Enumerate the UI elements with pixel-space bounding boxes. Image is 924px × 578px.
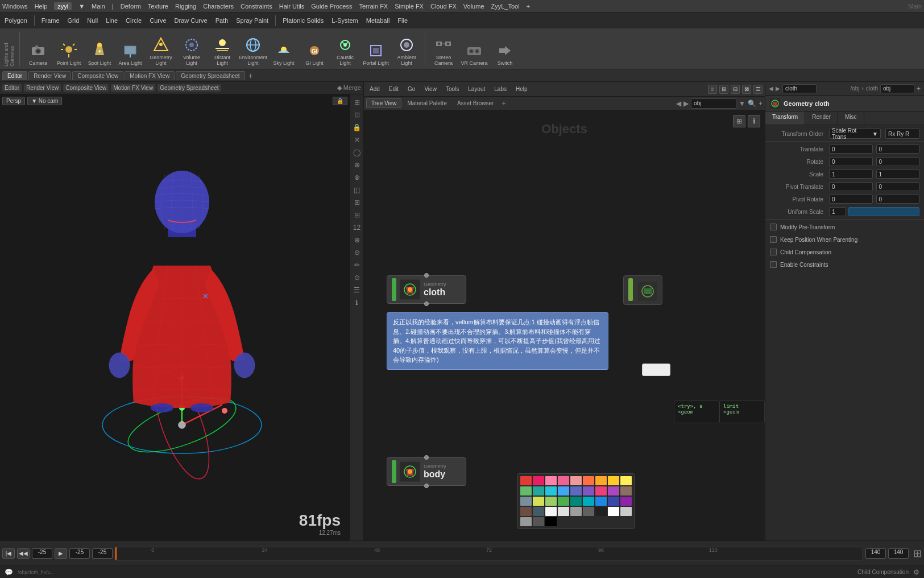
side-icon-16[interactable]: ☰ bbox=[351, 284, 363, 296]
tool-camera[interactable]: Camera bbox=[23, 29, 53, 68]
side-icon-15[interactable]: ⊙ bbox=[351, 272, 363, 283]
node-white-rect[interactable] bbox=[642, 364, 670, 376]
node-cloth[interactable]: Geometry cloth bbox=[387, 275, 466, 304]
node-partial-right[interactable] bbox=[623, 275, 662, 305]
node-cloth-dot-top[interactable] bbox=[424, 273, 429, 278]
side-icon-11[interactable]: 12 bbox=[351, 222, 363, 233]
ng-btn-go[interactable]: Go bbox=[404, 85, 419, 93]
side-icon-4[interactable]: ✕ bbox=[351, 134, 363, 146]
tool-frame[interactable]: Frame bbox=[39, 16, 62, 25]
ng-search-icon[interactable]: 🔍 bbox=[748, 100, 756, 108]
ng-view-toggle1[interactable]: ≡ bbox=[708, 85, 717, 94]
tab-compositeview[interactable]: Composite View bbox=[72, 71, 123, 80]
ng-btn-add[interactable]: Add bbox=[366, 85, 383, 93]
tab-geometryspreadsheet[interactable]: Geometry Spreadsheet bbox=[176, 71, 245, 80]
color-swatch-35[interactable] bbox=[620, 507, 632, 516]
ng-btn-tools[interactable]: Tools bbox=[442, 85, 462, 93]
color-swatch-19[interactable] bbox=[533, 497, 544, 506]
tool-area-light[interactable]: Area Light bbox=[115, 29, 145, 68]
ng-view-toggle4[interactable]: ⊠ bbox=[742, 85, 751, 94]
tab-motionfxview[interactable]: Motion FX View bbox=[125, 71, 175, 80]
ng-tab-assetbrowser[interactable]: Asset Browser bbox=[453, 99, 498, 108]
tool-gi-light[interactable]: GI GI Light bbox=[300, 29, 329, 68]
color-swatch-10[interactable] bbox=[533, 486, 544, 496]
geometry-spreadsheet-btn[interactable]: Geometry Spreadsheet bbox=[158, 84, 221, 92]
tool-path[interactable]: Path bbox=[213, 16, 231, 25]
tool-volume-light[interactable]: Volume Light bbox=[177, 29, 206, 68]
props-val-rotate1[interactable]: 0 bbox=[829, 157, 873, 166]
color-swatch-38[interactable] bbox=[545, 517, 557, 526]
tool-point-light[interactable]: Point Light bbox=[54, 29, 84, 68]
bottom-chat-icon[interactable]: 💬 bbox=[5, 568, 13, 576]
tab-renderview[interactable]: Render View bbox=[28, 71, 71, 80]
timeline-beginning-btn[interactable]: |◀ bbox=[2, 548, 15, 559]
side-icon-6[interactable]: ⊕ bbox=[351, 159, 363, 171]
timeline-start-frame2[interactable]: -25 bbox=[92, 548, 113, 559]
node-body-dot-bottom[interactable] bbox=[424, 484, 429, 488]
color-swatch-14[interactable] bbox=[583, 486, 594, 496]
timeline-play-btn[interactable]: ▶ bbox=[55, 548, 67, 559]
color-swatch-32[interactable] bbox=[583, 507, 594, 516]
side-icon-10[interactable]: ⊟ bbox=[351, 209, 363, 221]
props-val-rotate2[interactable]: 0 bbox=[876, 157, 920, 166]
menu-item-simplefx[interactable]: Simple FX bbox=[395, 3, 424, 10]
render-view-btn[interactable]: Render View bbox=[24, 84, 61, 92]
timeline-current-frame[interactable]: -25 bbox=[32, 548, 52, 559]
tool-stereo-camera[interactable]: Stereo Camera bbox=[429, 29, 458, 68]
props-val-pivot-translate1[interactable]: 0 bbox=[829, 182, 873, 191]
ng-btn-help[interactable]: Help bbox=[512, 85, 531, 93]
color-swatch-36[interactable] bbox=[520, 517, 532, 526]
color-swatch-6[interactable] bbox=[595, 476, 607, 485]
node-graph-area[interactable]: Objects ⊞ ℹ bbox=[364, 110, 765, 540]
tool-distant-light[interactable]: Distant Light bbox=[208, 29, 237, 68]
props-val-pivot-rotate1[interactable]: 0 bbox=[829, 195, 873, 204]
side-icon-7[interactable]: ⊗ bbox=[351, 172, 363, 183]
ng-back-btn[interactable]: ◀ bbox=[676, 100, 681, 108]
color-swatch-12[interactable] bbox=[558, 486, 569, 496]
props-rotate-order[interactable]: Rx Ry R bbox=[885, 129, 919, 139]
tool-sky-light[interactable]: Sky Light bbox=[269, 29, 299, 68]
color-swatch-31[interactable] bbox=[570, 507, 582, 516]
ng-btn-view[interactable]: View bbox=[421, 85, 440, 93]
node-cloth-dot-bottom[interactable] bbox=[424, 302, 429, 306]
tool-line[interactable]: Line bbox=[103, 16, 120, 25]
tool-curve[interactable]: Curve bbox=[147, 16, 168, 25]
viewport-lock-btn[interactable]: 🔒 bbox=[333, 97, 347, 105]
menu-item-cloudfx[interactable]: Cloud FX bbox=[430, 3, 457, 10]
color-swatch-18[interactable] bbox=[520, 497, 532, 506]
tool-null[interactable]: Null bbox=[85, 16, 100, 25]
color-swatch-13[interactable] bbox=[570, 486, 582, 496]
checkbox-modify-pretransform[interactable]: Modify Pre-Transform bbox=[765, 221, 924, 233]
tool-drawcurve[interactable]: Draw Curve bbox=[172, 16, 210, 25]
color-swatch-15[interactable] bbox=[595, 486, 607, 496]
color-swatch-25[interactable] bbox=[608, 497, 619, 506]
props-expand-btn[interactable]: + bbox=[917, 85, 921, 93]
ng-view-toggle5[interactable]: ☰ bbox=[753, 85, 763, 94]
color-swatch-28[interactable] bbox=[533, 507, 544, 516]
color-swatch-7[interactable] bbox=[608, 476, 619, 485]
color-swatch-1[interactable] bbox=[533, 476, 544, 485]
tool-polygon[interactable]: Polygon bbox=[2, 16, 30, 25]
props-tab-misc[interactable]: Misc bbox=[838, 112, 864, 125]
color-swatch-8[interactable] bbox=[620, 476, 632, 485]
menu-item-constraints[interactable]: Constraints bbox=[241, 3, 272, 10]
menu-item-help[interactable]: Help bbox=[35, 3, 48, 10]
tool-ambient-light[interactable]: Ambient Light bbox=[392, 29, 421, 68]
props-val-translate1[interactable]: 0 bbox=[829, 144, 873, 154]
ng-plus-icon[interactable]: + bbox=[759, 100, 763, 108]
color-swatch-16[interactable] bbox=[608, 486, 619, 496]
tool-spot-light[interactable]: ✦ Spot Light bbox=[85, 29, 114, 68]
color-swatch-2[interactable] bbox=[545, 476, 557, 485]
props-val-scale2[interactable]: 1 bbox=[876, 170, 920, 179]
tool-grid[interactable]: Grid bbox=[65, 16, 82, 25]
color-swatch-4[interactable] bbox=[570, 476, 582, 485]
ng-info-btn[interactable]: ℹ bbox=[748, 115, 760, 127]
side-icon-5[interactable]: ◯ bbox=[351, 147, 363, 158]
timeline-end-frame[interactable]: 140 bbox=[865, 548, 886, 559]
checkbox-modify-pretransform-box[interactable] bbox=[770, 224, 777, 230]
ng-forward-btn[interactable]: ▶ bbox=[683, 100, 689, 108]
timeline-start-frame[interactable]: -25 bbox=[69, 548, 90, 559]
menu-item-hairutils[interactable]: Hair Utils bbox=[279, 3, 305, 10]
props-val-pivot-rotate2[interactable]: 0 bbox=[876, 195, 920, 204]
color-swatch-22[interactable] bbox=[570, 497, 582, 506]
